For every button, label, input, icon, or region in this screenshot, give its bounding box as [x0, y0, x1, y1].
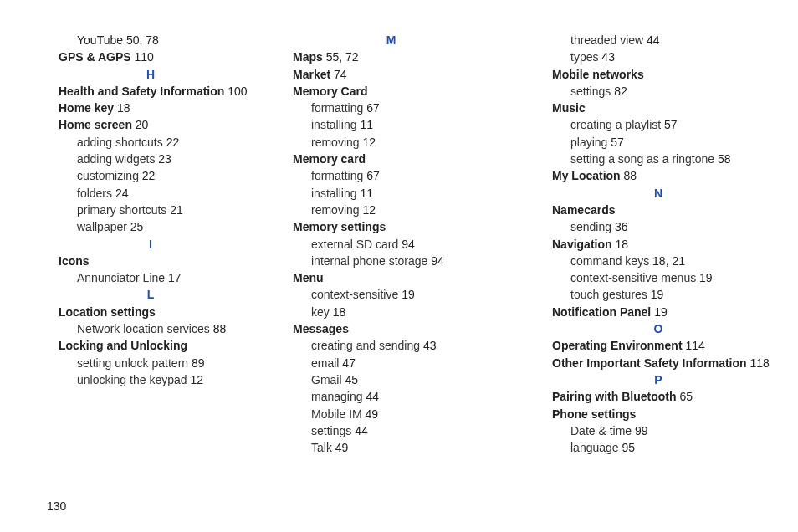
entry-label: Home key: [59, 101, 114, 115]
index-subentry[interactable]: settings 82: [552, 83, 798, 100]
index-subentry[interactable]: folders 24: [59, 185, 293, 202]
index-subentry[interactable]: managing 44: [293, 388, 540, 405]
index-entry[interactable]: Pairing with Bluetooth 65: [552, 388, 798, 405]
entry-label: folders: [77, 187, 112, 200]
entry-label: installing: [311, 187, 356, 200]
index-subentry[interactable]: Mobile IM 49: [293, 406, 540, 422]
index-entry[interactable]: Music: [552, 100, 798, 116]
index-column-2: M Maps 55, 72 Market 74 Memory Card form…: [293, 32, 540, 456]
index-subentry[interactable]: sending 36: [552, 218, 798, 235]
index-subentry[interactable]: external SD card 94: [293, 236, 540, 253]
page-ref: 36: [615, 220, 628, 233]
index-subentry[interactable]: formatting 67: [293, 167, 540, 184]
page-ref: 44: [647, 33, 660, 47]
index-entry[interactable]: Icons: [59, 253, 293, 269]
page-ref: 12: [362, 136, 376, 149]
index-subentry[interactable]: creating a playlist 57: [552, 116, 798, 133]
index-subentry[interactable]: wallpaper 25: [59, 218, 293, 235]
page-ref: 114: [685, 339, 704, 352]
entry-label: My Location: [552, 169, 621, 182]
entry-label: sending: [570, 220, 611, 233]
index-subentry[interactable]: primary shortcuts 21: [59, 202, 293, 218]
index-entry[interactable]: YouTube 50, 78: [59, 32, 293, 49]
index-subentry[interactable]: formatting 67: [293, 100, 540, 116]
index-subentry[interactable]: internal phone storage 94: [293, 253, 540, 269]
index-subentry[interactable]: removing 12: [293, 134, 540, 151]
page-ref: 118: [749, 356, 769, 370]
index-subentry[interactable]: types 43: [552, 49, 798, 65]
index-entry[interactable]: Phone settings: [552, 406, 798, 422]
index-subentry[interactable]: context-sensitive menus 19: [552, 269, 798, 286]
index-subentry[interactable]: playing 57: [552, 134, 798, 151]
page-ref: 89: [192, 356, 205, 370]
index-subentry[interactable]: Annunciator Line 17: [59, 269, 293, 286]
index-subentry[interactable]: Network location services 88: [59, 320, 293, 337]
page-ref: 110: [135, 50, 154, 64]
page-ref: 57: [664, 118, 678, 131]
index-subentry[interactable]: key 18: [293, 304, 540, 320]
page-ref: 74: [334, 68, 347, 81]
index-entry[interactable]: Memory Card: [293, 83, 540, 100]
index-subentry[interactable]: threaded view 44: [552, 32, 798, 49]
index-subentry[interactable]: setting a song as a ringtone 58: [552, 151, 798, 167]
index-subentry[interactable]: context-sensitive 19: [293, 286, 540, 303]
index-entry[interactable]: GPS & AGPS 110: [59, 49, 293, 65]
page-ref: 45: [345, 373, 358, 386]
index-subentry[interactable]: removing 12: [293, 202, 540, 218]
entry-label: key: [311, 305, 330, 319]
entry-label: Health and Safety Information: [59, 84, 224, 98]
index-subentry[interactable]: Date & time 99: [552, 422, 798, 439]
page-ref: 94: [431, 254, 444, 268]
index-subentry[interactable]: settings 44: [293, 422, 540, 439]
index-entry[interactable]: Memory card: [293, 151, 540, 167]
index-subentry[interactable]: installing 11: [293, 185, 540, 202]
index-subentry[interactable]: language 95: [552, 439, 798, 456]
index-subentry[interactable]: unlocking the keypad 12: [59, 371, 293, 388]
index-entry[interactable]: Menu: [293, 269, 540, 286]
page-ref: 78: [146, 33, 159, 47]
index-entry[interactable]: Namecards: [552, 202, 798, 218]
page-ref: 50: [126, 33, 140, 47]
index-entry[interactable]: Location settings: [59, 304, 293, 320]
index-subentry[interactable]: touch gestures 19: [552, 286, 798, 303]
page-ref: 19: [651, 288, 664, 301]
page-ref: 21: [672, 254, 685, 268]
index-entry[interactable]: Locking and Unlocking: [59, 337, 293, 354]
index-subentry[interactable]: installing 11: [293, 116, 540, 133]
index-subentry[interactable]: creating and sending 43: [293, 337, 540, 354]
index-column-3: threaded view 44 types 43 Mobile network…: [540, 32, 798, 456]
page-ref: 23: [158, 152, 171, 166]
index-subentry[interactable]: Gmail 45: [293, 371, 540, 388]
index-entry[interactable]: Mobile networks: [552, 66, 798, 83]
index-entry[interactable]: Health and Safety Information 100: [59, 83, 293, 100]
index-entry[interactable]: My Location 88: [552, 167, 798, 184]
index-subentry[interactable]: adding widgets 23: [59, 151, 293, 167]
index-subentry[interactable]: customizing 22: [59, 167, 293, 184]
page-ref: 17: [168, 271, 182, 284]
index-entry[interactable]: Memory settings: [293, 218, 540, 235]
entry-label: customizing: [77, 169, 139, 182]
index-subentry[interactable]: Talk 49: [293, 439, 540, 456]
index-entry[interactable]: Market 74: [293, 66, 540, 83]
page-ref: 12: [362, 203, 376, 217]
index-entry[interactable]: Navigation 18: [552, 236, 798, 253]
index-entry[interactable]: Other Important Safety Information 118: [552, 355, 798, 371]
page-ref: 11: [360, 118, 373, 131]
index-entry[interactable]: Messages: [293, 320, 540, 337]
entry-label: Date & time: [570, 424, 632, 437]
entry-label: threaded view: [570, 33, 643, 47]
index-entry[interactable]: Home key 18: [59, 100, 293, 116]
index-subentry[interactable]: adding shortcuts 22: [59, 134, 293, 151]
entry-label: Memory settings: [293, 220, 386, 233]
page-ref: 88: [624, 169, 637, 182]
index-entry[interactable]: Maps 55, 72: [293, 49, 540, 65]
entry-label: context-sensitive: [311, 288, 398, 301]
index-entry[interactable]: Notification Panel 19: [552, 304, 798, 320]
index-subentry[interactable]: email 47: [293, 355, 540, 371]
index-subentry[interactable]: command keys 18, 21: [552, 253, 798, 269]
index-subentry[interactable]: setting unlock pattern 89: [59, 355, 293, 371]
index-entry[interactable]: Home screen 20: [59, 116, 293, 133]
index-entry[interactable]: Operating Environment 114: [552, 337, 798, 354]
entry-label: primary shortcuts: [77, 203, 166, 217]
entry-label: Network location services: [77, 322, 210, 335]
